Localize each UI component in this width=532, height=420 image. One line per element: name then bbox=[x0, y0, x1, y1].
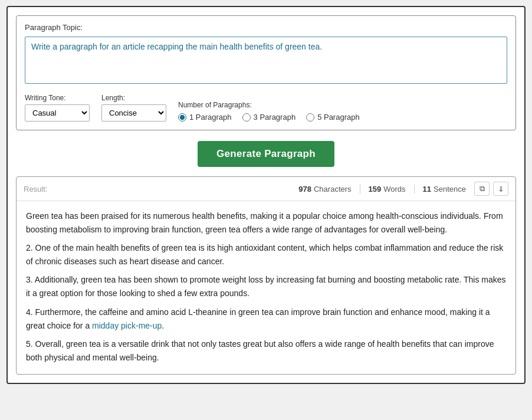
sentences-label: Sentence bbox=[434, 185, 466, 193]
options-row: Writing Tone: Casual Formal Persuasive I… bbox=[25, 94, 507, 122]
characters-stat: 978 Characters bbox=[290, 185, 360, 193]
download-button[interactable]: ⇓ bbox=[493, 182, 508, 196]
topic-textarea[interactable]: Write a paragraph for an article recappi… bbox=[25, 37, 507, 84]
radio-1-paragraph[interactable] bbox=[178, 113, 186, 122]
length-label: Length: bbox=[101, 94, 166, 102]
length-group: Length: Concise Medium Long bbox=[101, 94, 166, 122]
writing-tone-select[interactable]: Casual Formal Persuasive Informative bbox=[25, 104, 90, 122]
download-icon: ⇓ bbox=[498, 185, 504, 193]
result-paragraph-3: 3. Additionally, green tea has been show… bbox=[26, 273, 506, 300]
top-section: Paragraph Topic: Write a paragraph for a… bbox=[16, 15, 516, 130]
words-label: Words bbox=[383, 185, 405, 193]
radio-5-label: 5 Paragraph bbox=[317, 113, 360, 122]
result-label: Result: bbox=[24, 185, 290, 193]
result-paragraph-2: 2. One of the main health benefits of gr… bbox=[26, 241, 506, 268]
paragraph-radio-5[interactable]: 5 Paragraph bbox=[306, 113, 360, 122]
paragraph-radio-1[interactable]: 1 Paragraph bbox=[178, 113, 232, 122]
copy-button[interactable]: ⧉ bbox=[474, 182, 490, 196]
result-paragraph-4: 4. Furthermore, the caffeine and amino a… bbox=[26, 306, 506, 333]
writing-tone-label: Writing Tone: bbox=[25, 94, 90, 102]
sentences-stat: 11 Sentence bbox=[415, 185, 471, 193]
result-section: Result: 978 Characters 159 Words 11 Sent… bbox=[16, 176, 516, 375]
radio-3-label: 3 Paragraph bbox=[254, 113, 296, 122]
length-select[interactable]: Concise Medium Long bbox=[101, 104, 166, 122]
writing-tone-group: Writing Tone: Casual Formal Persuasive I… bbox=[25, 94, 90, 122]
paragraph-radio-3[interactable]: 3 Paragraph bbox=[242, 113, 296, 122]
words-count: 159 bbox=[369, 185, 382, 193]
radio-5-paragraph[interactable] bbox=[306, 113, 314, 122]
num-paragraphs-group: Number of Paragraphs: 1 Paragraph 3 Para… bbox=[178, 101, 360, 122]
result-paragraph-5: 5. Overall, green tea is a versatile dri… bbox=[26, 337, 506, 365]
result-body: Green tea has been praised for its numer… bbox=[17, 201, 515, 374]
radio-1-label: 1 Paragraph bbox=[189, 113, 232, 122]
words-stat: 159 Words bbox=[360, 185, 415, 193]
result-header: Result: 978 Characters 159 Words 11 Sent… bbox=[17, 177, 515, 201]
main-container: Paragraph Topic: Write a paragraph for a… bbox=[6, 6, 526, 384]
sentences-count: 11 bbox=[423, 185, 431, 193]
paragraphs-options: 1 Paragraph 3 Paragraph 5 Paragraph bbox=[178, 113, 360, 122]
radio-3-paragraph[interactable] bbox=[242, 113, 251, 122]
generate-button[interactable]: Generate Paragraph bbox=[198, 141, 334, 167]
generate-section: Generate Paragraph bbox=[8, 130, 524, 176]
characters-count: 978 bbox=[298, 185, 311, 193]
paragraph-topic-label: Paragraph Topic: bbox=[25, 23, 507, 32]
result-paragraph-1: Green tea has been praised for its numer… bbox=[26, 209, 506, 237]
copy-icon: ⧉ bbox=[480, 184, 485, 193]
pick-me-up-link[interactable]: midday pick-me-up bbox=[92, 321, 162, 330]
num-paragraphs-label: Number of Paragraphs: bbox=[178, 101, 360, 109]
characters-label: Characters bbox=[314, 185, 352, 193]
